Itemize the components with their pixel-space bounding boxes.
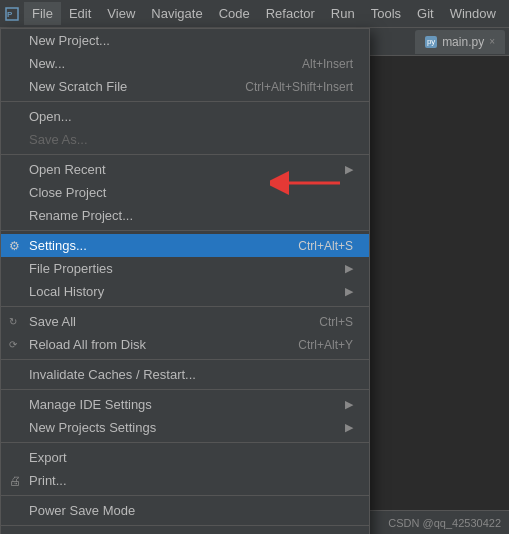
menu-navigate[interactable]: Navigate: [143, 2, 210, 25]
new-projects-settings-label: New Projects Settings: [29, 420, 156, 435]
menu-view[interactable]: View: [99, 2, 143, 25]
menu-help[interactable]: Help: [504, 2, 509, 25]
menu-print[interactable]: 🖨 Print...: [1, 469, 369, 492]
rename-project-label: Rename Project...: [29, 208, 133, 223]
file-properties-arrow: ▶: [345, 262, 353, 275]
reload-all-shortcut: Ctrl+Alt+Y: [298, 338, 353, 352]
new-project-label: New Project...: [29, 33, 110, 48]
tab-close-button[interactable]: ×: [489, 36, 495, 47]
menu-code[interactable]: Code: [211, 2, 258, 25]
menu-git[interactable]: Git: [409, 2, 442, 25]
manage-ide-arrow: ▶: [345, 398, 353, 411]
settings-shortcut: Ctrl+Alt+S: [298, 239, 353, 253]
red-arrow-indicator: [270, 168, 350, 198]
open-label: Open...: [29, 109, 72, 124]
menu-invalidate-caches[interactable]: Invalidate Caches / Restart...: [1, 363, 369, 386]
status-watermark: CSDN @qq_42530422: [388, 517, 501, 529]
menu-open[interactable]: Open...: [1, 105, 369, 128]
print-icon: 🖨: [9, 474, 21, 488]
reload-icon: ⟳: [9, 339, 17, 350]
print-label: Print...: [29, 473, 67, 488]
tab-filename: main.py: [442, 35, 484, 49]
new-scratch-shortcut: Ctrl+Alt+Shift+Insert: [245, 80, 353, 94]
open-recent-label: Open Recent: [29, 162, 106, 177]
file-properties-label: File Properties: [29, 261, 113, 276]
file-menu-dropdown: New Project... New... Alt+Insert New Scr…: [0, 28, 370, 534]
separator-1: [1, 101, 369, 102]
menu-edit[interactable]: Edit: [61, 2, 99, 25]
invalidate-caches-label: Invalidate Caches / Restart...: [29, 367, 196, 382]
manage-ide-settings-label: Manage IDE Settings: [29, 397, 152, 412]
menu-power-save-mode[interactable]: Power Save Mode: [1, 499, 369, 522]
menu-new-scratch-file[interactable]: New Scratch File Ctrl+Alt+Shift+Insert: [1, 75, 369, 98]
menu-save-as[interactable]: Save As...: [1, 128, 369, 151]
save-all-label: Save All: [29, 314, 76, 329]
close-project-label: Close Project: [29, 185, 106, 200]
reload-all-label: Reload All from Disk: [29, 337, 146, 352]
menu-new[interactable]: New... Alt+Insert: [1, 52, 369, 75]
separator-4: [1, 306, 369, 307]
export-label: Export: [29, 450, 67, 465]
new-shortcut: Alt+Insert: [302, 57, 353, 71]
settings-gear-icon: ⚙: [9, 239, 20, 253]
new-projects-settings-arrow: ▶: [345, 421, 353, 434]
ide-logo: P: [4, 3, 20, 25]
menu-run[interactable]: Run: [323, 2, 363, 25]
menu-new-projects-settings[interactable]: New Projects Settings ▶: [1, 416, 369, 439]
menu-refactor[interactable]: Refactor: [258, 2, 323, 25]
python-file-icon: py: [425, 36, 437, 48]
save-all-shortcut: Ctrl+S: [319, 315, 353, 329]
save-as-label: Save As...: [29, 132, 88, 147]
separator-9: [1, 525, 369, 526]
new-scratch-label: New Scratch File: [29, 79, 127, 94]
menu-rename-project[interactable]: Rename Project...: [1, 204, 369, 227]
separator-7: [1, 442, 369, 443]
menu-save-all[interactable]: ↻ Save All Ctrl+S: [1, 310, 369, 333]
separator-8: [1, 495, 369, 496]
menu-file-properties[interactable]: File Properties ▶: [1, 257, 369, 280]
power-save-mode-label: Power Save Mode: [29, 503, 135, 518]
editor-tab[interactable]: py main.py ×: [415, 30, 505, 54]
menu-new-project[interactable]: New Project...: [1, 29, 369, 52]
menu-tools[interactable]: Tools: [363, 2, 409, 25]
menu-local-history[interactable]: Local History ▶: [1, 280, 369, 303]
local-history-label: Local History: [29, 284, 104, 299]
menu-window[interactable]: Window: [442, 2, 504, 25]
menu-manage-ide-settings[interactable]: Manage IDE Settings ▶: [1, 393, 369, 416]
menu-exit[interactable]: Exit: [1, 529, 369, 534]
local-history-arrow: ▶: [345, 285, 353, 298]
menu-settings[interactable]: ⚙ Settings... Ctrl+Alt+S: [1, 234, 369, 257]
separator-3: [1, 230, 369, 231]
save-all-icon: ↻: [9, 316, 17, 327]
menu-bar: P File Edit View Navigate Code Refactor …: [0, 0, 509, 28]
new-label: New...: [29, 56, 65, 71]
separator-5: [1, 359, 369, 360]
settings-label: Settings...: [29, 238, 87, 253]
menu-export[interactable]: Export: [1, 446, 369, 469]
menu-file[interactable]: File: [24, 2, 61, 25]
svg-text:P: P: [7, 10, 13, 19]
separator-2: [1, 154, 369, 155]
menu-reload-all[interactable]: ⟳ Reload All from Disk Ctrl+Alt+Y: [1, 333, 369, 356]
separator-6: [1, 389, 369, 390]
